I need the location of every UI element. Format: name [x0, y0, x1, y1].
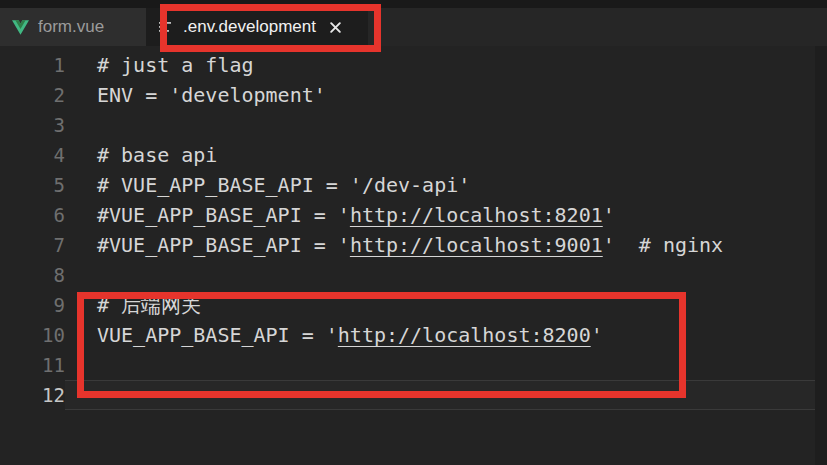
code-line[interactable]: 12 — [0, 380, 827, 410]
code-line[interactable]: 11 — [0, 350, 827, 380]
code-line[interactable]: 4# base api — [0, 140, 827, 170]
code-line[interactable]: 9# 后端网关 — [0, 290, 827, 320]
code-segment: ' # nginx — [603, 233, 723, 257]
line-number: 6 — [0, 200, 65, 230]
line-number: 8 — [0, 260, 65, 290]
tab-bar-top-strip — [0, 0, 827, 8]
code-text — [65, 380, 815, 410]
code-line[interactable]: 7#VUE_APP_BASE_API = 'http://localhost:9… — [0, 230, 827, 260]
code-lines: 1# just a flag2ENV = 'development'34# ba… — [0, 50, 827, 410]
tab-label: form.vue — [38, 17, 104, 37]
line-number: 5 — [0, 170, 65, 200]
close-icon[interactable] — [329, 21, 342, 34]
code-text — [65, 260, 815, 290]
url-link[interactable]: http://localhost:9001 — [350, 233, 603, 257]
code-line[interactable]: 6#VUE_APP_BASE_API = 'http://localhost:8… — [0, 200, 827, 230]
line-number: 7 — [0, 230, 65, 260]
code-editor: 1# just a flag2ENV = 'development'34# ba… — [0, 46, 827, 465]
code-line[interactable]: 3 — [0, 110, 827, 140]
line-number: 2 — [0, 80, 65, 110]
code-text — [65, 110, 815, 140]
code-text: # base api — [65, 140, 815, 170]
code-text: # just a flag — [65, 50, 815, 80]
code-text: VUE_APP_BASE_API = 'http://localhost:820… — [65, 320, 815, 350]
code-text: ENV = 'development' — [65, 80, 815, 110]
code-text: # VUE_APP_BASE_API = '/dev-api' — [65, 170, 815, 200]
code-text: #VUE_APP_BASE_API = 'http://localhost:82… — [65, 200, 815, 230]
code-text: # 后端网关 — [65, 290, 815, 320]
code-text — [65, 350, 815, 380]
code-segment: ' — [603, 203, 615, 227]
editor-tab-bar: form.vue .env.development — [0, 0, 827, 46]
code-line[interactable]: 5# VUE_APP_BASE_API = '/dev-api' — [0, 170, 827, 200]
code-line[interactable]: 1# just a flag — [0, 50, 827, 80]
tab-label: .env.development — [183, 17, 316, 37]
line-number: 9 — [0, 290, 65, 320]
url-link[interactable]: http://localhost:8200 — [338, 323, 591, 347]
line-number: 4 — [0, 140, 65, 170]
env-settings-icon — [158, 19, 174, 35]
line-number: 10 — [0, 320, 65, 350]
code-segment: # 后端网关 — [97, 293, 201, 317]
line-number: 11 — [0, 350, 65, 380]
line-number: 12 — [0, 380, 65, 410]
vscode-window: form.vue .env.development 1# just a flag… — [0, 0, 827, 465]
code-line[interactable]: 2ENV = 'development' — [0, 80, 827, 110]
code-segment: #VUE_APP_BASE_API = ' — [97, 203, 350, 227]
line-number: 1 — [0, 50, 65, 80]
url-link[interactable]: http://localhost:8201 — [350, 203, 603, 227]
code-line[interactable]: 10VUE_APP_BASE_API = 'http://localhost:8… — [0, 320, 827, 350]
code-segment: ENV = 'development' — [97, 83, 326, 107]
vue-icon — [12, 20, 29, 35]
scrollbar-track[interactable] — [815, 46, 827, 465]
tab-form-vue[interactable]: form.vue — [0, 8, 146, 46]
code-line[interactable]: 8 — [0, 260, 827, 290]
code-segment: # VUE_APP_BASE_API = '/dev-api' — [97, 173, 470, 197]
code-segment: # base api — [97, 143, 217, 167]
code-segment: ' — [591, 323, 603, 347]
code-segment: #VUE_APP_BASE_API = ' — [97, 233, 350, 257]
tab-env-development[interactable]: .env.development — [146, 8, 368, 46]
code-segment: VUE_APP_BASE_API = ' — [97, 323, 338, 347]
code-segment: # just a flag — [97, 53, 254, 77]
line-number: 3 — [0, 110, 65, 140]
code-text: #VUE_APP_BASE_API = 'http://localhost:90… — [65, 230, 815, 260]
